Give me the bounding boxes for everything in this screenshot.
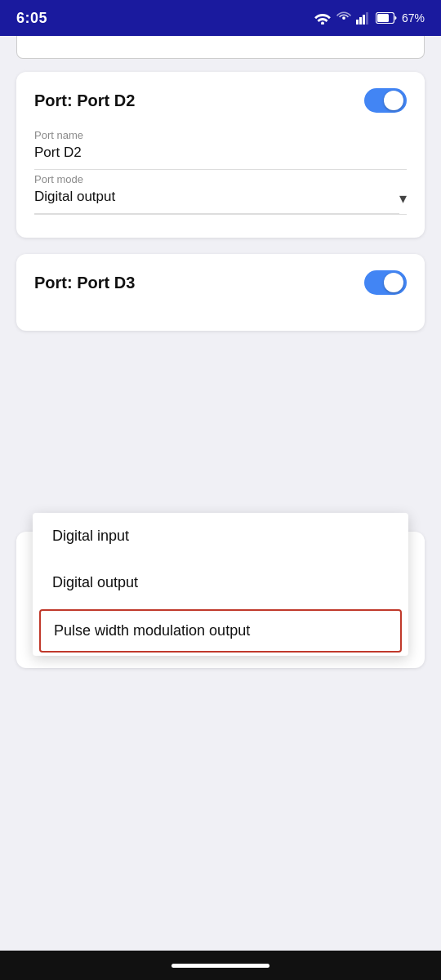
- status-bar: 6:05 67%: [0, 0, 441, 36]
- svg-rect-2: [359, 17, 362, 24]
- toggle-track: [364, 88, 407, 113]
- svg-rect-6: [377, 14, 389, 22]
- wifi-icon: [314, 11, 332, 24]
- card-d2-toggle[interactable]: [364, 88, 407, 113]
- port-d2-name-field: Port name Port D2: [34, 129, 407, 170]
- port-d2-mode-row: Digital output ▾: [34, 189, 407, 214]
- status-time: 6:05: [16, 10, 47, 27]
- hotspot-icon: [336, 11, 351, 25]
- svg-rect-1: [356, 20, 359, 24]
- card-d3-header: Port: Port D3: [34, 270, 407, 295]
- dropdown-menu: Digital input Digital output Pulse width…: [33, 513, 408, 656]
- port-d2-mode-field: Port mode Digital output ▾: [34, 173, 407, 215]
- toggle-thumb-d3: [384, 273, 403, 292]
- svg-rect-4: [366, 12, 368, 24]
- signal-icon: [356, 11, 371, 24]
- card-d2-header: Port: Port D2: [34, 88, 407, 113]
- card-port-d3: Port: Port D3: [16, 254, 425, 331]
- home-indicator[interactable]: [172, 964, 270, 968]
- port-d2-name-label: Port name: [34, 129, 407, 141]
- card-d3-title: Port: Port D3: [34, 274, 135, 292]
- card-port-d2: Port: Port D2 Port name Port D2 Port mod…: [16, 72, 425, 238]
- cards-container: Port: Port D2 Port name Port D2 Port mod…: [0, 59, 441, 344]
- dropdown-arrow-icon[interactable]: ▾: [399, 189, 407, 214]
- dropdown-item-digital-input[interactable]: Digital input: [33, 513, 408, 559]
- port-d2-mode-value[interactable]: Digital output: [34, 189, 399, 214]
- card-d2-title: Port: Port D2: [34, 91, 135, 110]
- toggle-track-d3: [364, 270, 407, 295]
- toggle-thumb: [384, 91, 403, 110]
- port-d2-mode-label: Port mode: [34, 173, 407, 185]
- scroll-hint: [16, 36, 425, 59]
- card-d3-toggle[interactable]: [364, 270, 407, 295]
- battery-icon: [376, 12, 397, 24]
- port-d2-name-value: Port D2: [34, 145, 407, 170]
- bottom-nav-bar: [0, 951, 441, 980]
- dropdown-item-pwm-output[interactable]: Pulse width modulation output: [39, 609, 402, 653]
- svg-rect-3: [363, 15, 365, 24]
- dropdown-item-digital-output[interactable]: Digital output: [33, 559, 408, 606]
- battery-percent: 67%: [402, 11, 425, 24]
- svg-point-0: [342, 16, 345, 20]
- status-icons: 67%: [314, 11, 425, 25]
